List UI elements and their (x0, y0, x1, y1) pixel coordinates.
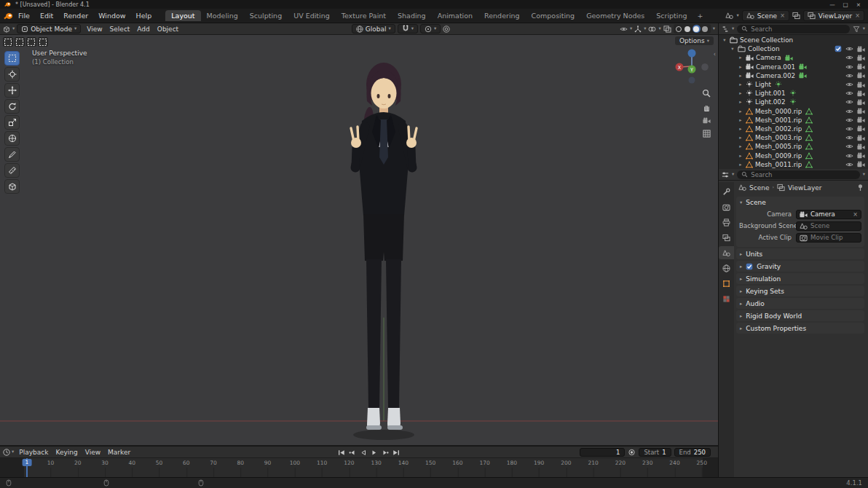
jump-to-start-button[interactable] (336, 448, 346, 457)
eye-icon[interactable] (845, 117, 853, 123)
sidebar-collapse-arrow[interactable]: ‹ (714, 51, 716, 58)
auto-keying-icon[interactable] (628, 449, 636, 456)
cam-vis-icon[interactable] (857, 108, 865, 114)
outliner-row[interactable]: ▸Light.002 (719, 98, 868, 106)
cam-vis-icon[interactable] (857, 90, 865, 97)
filter-icon[interactable] (853, 25, 860, 33)
cam-vis-icon[interactable] (857, 99, 865, 106)
workspace-tab-scripting[interactable]: Scripting (650, 10, 693, 21)
play-button[interactable] (369, 448, 379, 457)
outliner-row[interactable]: ▸Mesh_0003.rip (719, 133, 868, 142)
checkbox-icon[interactable] (835, 45, 842, 52)
expand-chevron-icon[interactable]: ▾ (722, 37, 727, 43)
eye-icon[interactable] (845, 162, 853, 168)
menu-help[interactable]: Help (131, 10, 157, 21)
viewport-canvas[interactable]: Options ▾ ‹ User Perspective (1) Collect… (0, 35, 718, 445)
overlays-toggle-icon[interactable] (648, 25, 656, 33)
workspace-tab-modeling[interactable]: Modeling (201, 10, 244, 21)
breadcrumb-scene[interactable]: Scene (749, 184, 769, 192)
cam-vis-icon[interactable] (857, 55, 865, 61)
workspace-tab-texture-paint[interactable]: Texture Paint (336, 10, 392, 21)
tool-select-box-button[interactable] (4, 51, 20, 66)
checkbox-icon[interactable] (746, 263, 753, 270)
workspace-tab-shading[interactable]: Shading (392, 10, 432, 21)
select-mode-extend-button[interactable] (15, 37, 25, 47)
properties-search-input[interactable]: Search (737, 170, 859, 179)
viewport-menu-select[interactable]: Select (106, 25, 134, 33)
close-button[interactable]: × (852, 1, 865, 8)
expand-chevron-icon[interactable]: ▸ (738, 64, 743, 70)
viewport-menu-add[interactable]: Add (133, 25, 153, 33)
timeline-menu-marker[interactable]: Marker (104, 449, 134, 456)
expand-chevron-icon[interactable]: ▸ (738, 90, 743, 96)
outliner-row[interactable]: ▸Mesh_0005.rip (719, 142, 868, 151)
workspace-tab-animation[interactable]: Animation (432, 10, 478, 21)
current-frame-field[interactable]: 1 (580, 448, 625, 457)
expand-chevron-icon[interactable]: ▸ (738, 99, 743, 105)
panel-gravity[interactable]: ▸Gravity (736, 261, 864, 272)
outliner-row[interactable]: ▸Light (719, 80, 868, 89)
viewlayer-selector[interactable]: ViewLayer × (803, 10, 864, 21)
expand-chevron-icon[interactable]: ▸ (738, 135, 743, 141)
cam-vis-icon[interactable] (857, 161, 865, 168)
expand-chevron-icon[interactable]: ▸ (738, 73, 743, 79)
cam-vis-icon[interactable] (857, 46, 865, 52)
timeline-menu-keying[interactable]: Keying (52, 449, 81, 456)
outliner-editor-icon[interactable] (722, 25, 729, 33)
eye-icon[interactable] (845, 55, 853, 60)
proportional-edit-icon[interactable] (443, 25, 450, 33)
workspace-tab-uv-editing[interactable]: UV Editing (288, 10, 336, 21)
eye-icon[interactable] (845, 73, 853, 79)
properties-tab-tool[interactable] (719, 185, 734, 198)
expand-chevron-icon[interactable]: ▸ (738, 162, 743, 168)
editor-type-icon[interactable] (3, 25, 10, 33)
eye-icon[interactable] (845, 99, 853, 105)
properties-tab-render[interactable] (719, 200, 734, 213)
maximize-button[interactable]: □ (839, 1, 852, 8)
tool-cursor-button[interactable] (4, 67, 20, 82)
clear-icon[interactable]: × (853, 211, 858, 218)
outliner-row[interactable]: ▾Collection (719, 44, 868, 53)
cam-vis-icon[interactable] (857, 82, 865, 88)
jump-to-end-button[interactable] (391, 448, 401, 457)
expand-chevron-icon[interactable]: ▸ (738, 109, 743, 114)
eye-icon[interactable] (845, 109, 853, 114)
cam-vis-icon[interactable] (857, 63, 865, 70)
tool-scale-button[interactable] (4, 115, 20, 130)
panel-simulation[interactable]: ▸Simulation (736, 273, 864, 284)
timeline-editor-icon[interactable] (3, 449, 10, 456)
workspace-tab-layout[interactable]: Layout (165, 10, 200, 21)
expand-chevron-icon[interactable]: ▸ (738, 82, 743, 87)
eye-icon[interactable] (845, 126, 853, 132)
breadcrumb-viewlayer[interactable]: ViewLayer (788, 184, 821, 192)
expand-chevron-icon[interactable]: ▸ (738, 143, 743, 149)
workspace-tab-rendering[interactable]: Rendering (478, 10, 526, 21)
camera-view-icon[interactable] (703, 117, 711, 124)
zoom-icon[interactable] (702, 89, 711, 98)
menu-edit[interactable]: Edit (35, 10, 58, 21)
outliner-row[interactable]: ▸Mesh_0009.rip (719, 151, 868, 160)
expand-chevron-icon[interactable]: ▸ (738, 117, 743, 123)
gizmos-toggle-icon[interactable] (634, 25, 642, 33)
cam-vis-icon[interactable] (857, 72, 865, 79)
camera-field[interactable]: Camera × (796, 210, 861, 219)
panel-custom-properties[interactable]: ▸Custom Properties (736, 323, 864, 334)
outliner-row[interactable]: ▾Scene Collection (719, 36, 868, 44)
tool-annotate-button[interactable] (4, 147, 20, 162)
menu-window[interactable]: Window (93, 10, 130, 21)
xray-toggle-icon[interactable] (663, 25, 671, 33)
play-reverse-button[interactable] (358, 448, 368, 457)
pan-hand-icon[interactable] (703, 103, 711, 111)
outliner-row[interactable]: ▸Camera.002 (719, 71, 868, 80)
pivot-dropdown[interactable]: ▾ (420, 24, 441, 34)
viewport-menu-object[interactable]: Object (154, 25, 182, 33)
outliner-row[interactable]: ▸Mesh_0002.rip (719, 125, 868, 133)
transform-orientation-dropdown[interactable]: Global ▾ (352, 24, 395, 34)
snapping-dropdown[interactable]: ▾ (398, 24, 418, 34)
scene-3d-render[interactable] (0, 35, 718, 445)
eye-icon[interactable] (845, 153, 853, 159)
shading-material-button[interactable] (693, 25, 701, 33)
frame-start-field[interactable]: Start 1 (639, 448, 671, 457)
select-mode-new-button[interactable] (3, 37, 13, 47)
menu-file[interactable]: File (13, 10, 35, 21)
